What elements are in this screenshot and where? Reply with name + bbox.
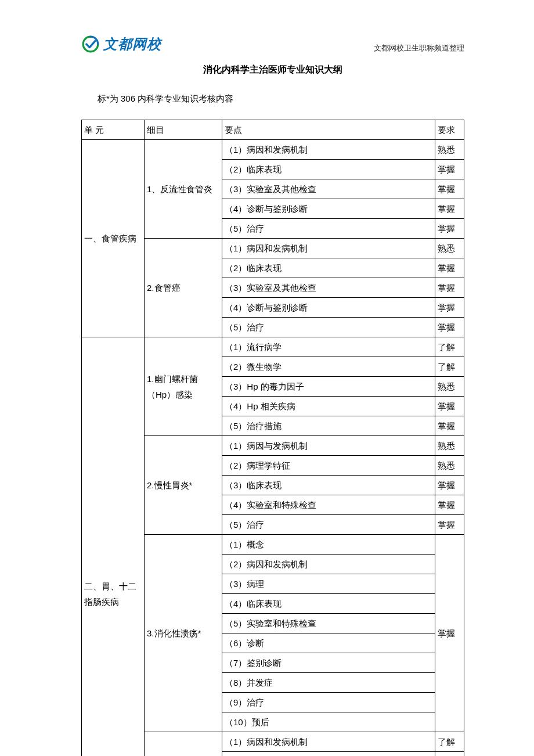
req-cell: 熟悉: [435, 140, 464, 160]
detail-cell: 1.幽门螺杆菌（Hp）感染: [145, 337, 222, 436]
point-cell: （4）实验室和特殊检查: [222, 495, 435, 515]
point-cell: （10）预后: [222, 712, 435, 732]
point-cell: （2）病因和发病机制: [222, 555, 435, 574]
req-cell: 掌握: [435, 298, 464, 318]
req-cell: 熟悉: [435, 456, 464, 476]
point-cell: （5）治疗: [222, 318, 435, 337]
globe-check-icon: [81, 35, 100, 53]
column-header-req: 要求: [435, 120, 464, 140]
point-cell: （2）病理学特征: [222, 456, 435, 476]
point-cell: （5）实验室和特殊检查: [222, 614, 435, 633]
table-row: 一、食管疾病1、反流性食管炎（1）病因和发病机制熟悉: [82, 140, 464, 160]
point-cell: （1）概念: [222, 535, 435, 555]
req-cell: 掌握: [435, 160, 464, 179]
point-cell: （2）临床表现: [222, 258, 435, 278]
logo-text: 文都网校: [103, 35, 161, 53]
req-cell: 掌握: [435, 219, 464, 239]
req-cell: 掌握: [435, 318, 464, 337]
column-header-detail: 细目: [145, 120, 222, 140]
syllabus-table: 单 元细目要点要求一、食管疾病1、反流性食管炎（1）病因和发病机制熟悉（2）临床…: [81, 120, 464, 756]
detail-cell: 3.消化性溃疡*: [145, 535, 222, 732]
point-cell: （5）治疗: [222, 219, 435, 239]
point-cell: （7）鉴别诊断: [222, 653, 435, 673]
point-cell: （9）治疗: [222, 693, 435, 712]
req-cell: 掌握: [435, 535, 464, 732]
req-cell: 了解: [435, 732, 464, 752]
detail-cell: 4.胃癌*: [145, 732, 222, 757]
logo: 文都网校: [81, 35, 161, 53]
req-cell: 掌握: [435, 179, 464, 199]
detail-cell: 1、反流性食管炎: [145, 140, 222, 239]
header-right-text: 文都网校卫生职称频道整理: [374, 43, 464, 53]
req-cell: 掌握: [435, 397, 464, 416]
point-cell: （4）诊断与鉴别诊断: [222, 199, 435, 219]
point-cell: （4）Hp 相关疾病: [222, 397, 435, 416]
point-cell: （2）病理: [222, 752, 435, 757]
point-cell: （3）Hp 的毒力因子: [222, 377, 435, 397]
point-cell: （2）临床表现: [222, 160, 435, 179]
detail-cell: 2.食管癌: [145, 239, 222, 337]
page-title: 消化内科学主治医师专业知识大纲: [81, 64, 464, 76]
unit-cell: 二、胃、十二指肠疾病: [82, 337, 145, 757]
req-cell: 了解: [435, 337, 464, 357]
point-cell: （1）病因和发病机制: [222, 239, 435, 258]
page-header: 文都网校 文都网校卫生职称频道整理: [81, 35, 464, 53]
point-cell: （5）治疗: [222, 515, 435, 535]
point-cell: （4）临床表现: [222, 594, 435, 614]
req-cell: 熟悉: [435, 752, 464, 757]
column-header-unit: 单 元: [82, 120, 145, 140]
point-cell: （3）实验室及其他检查: [222, 278, 435, 298]
req-cell: 掌握: [435, 416, 464, 436]
req-cell: 掌握: [435, 199, 464, 219]
point-cell: （3）实验室及其他检查: [222, 179, 435, 199]
req-cell: 掌握: [435, 515, 464, 535]
table-row: 二、胃、十二指肠疾病1.幽门螺杆菌（Hp）感染（1）流行病学了解: [82, 337, 464, 357]
req-cell: 掌握: [435, 278, 464, 298]
req-cell: 了解: [435, 357, 464, 377]
unit-cell: 一、食管疾病: [82, 140, 145, 337]
point-cell: （8）并发症: [222, 673, 435, 693]
point-cell: （1）流行病学: [222, 337, 435, 357]
req-cell: 熟悉: [435, 377, 464, 397]
req-cell: 掌握: [435, 258, 464, 278]
column-header-point: 要点: [222, 120, 435, 140]
point-cell: （4）诊断与鉴别诊断: [222, 298, 435, 318]
req-cell: 掌握: [435, 495, 464, 515]
point-cell: （3）病理: [222, 574, 435, 594]
req-cell: 熟悉: [435, 239, 464, 258]
point-cell: （1）病因和发病机制: [222, 140, 435, 160]
point-cell: （5）治疗措施: [222, 416, 435, 436]
note-text: 标*为 306 内科学专业知识考核内容: [98, 93, 464, 105]
point-cell: （1）病因和发病机制: [222, 732, 435, 752]
detail-cell: 2.慢性胃炎*: [145, 436, 222, 535]
point-cell: （6）诊断: [222, 633, 435, 653]
point-cell: （2）微生物学: [222, 357, 435, 377]
point-cell: （1）病因与发病机制: [222, 436, 435, 456]
req-cell: 熟悉: [435, 436, 464, 456]
req-cell: 掌握: [435, 476, 464, 495]
point-cell: （3）临床表现: [222, 476, 435, 495]
